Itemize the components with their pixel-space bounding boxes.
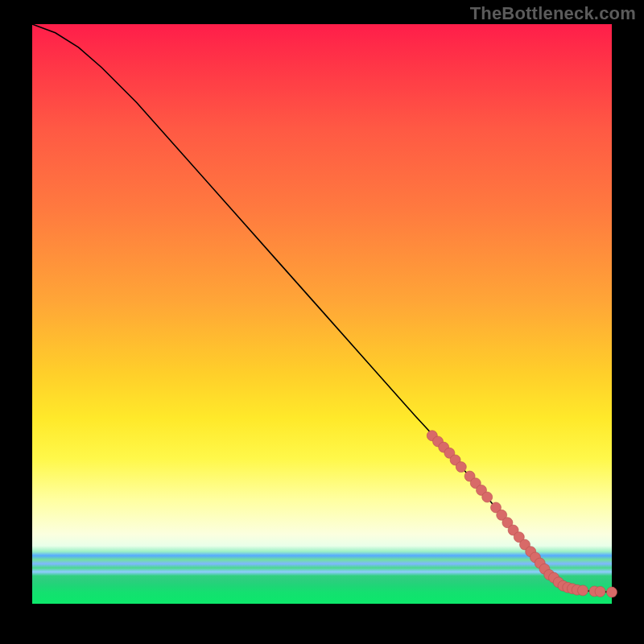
data-point <box>578 585 588 596</box>
data-point <box>595 586 605 597</box>
data-points <box>427 431 617 597</box>
curve-layer <box>32 24 612 604</box>
watermark-text: TheBottleneck.com <box>470 3 636 24</box>
data-point <box>456 462 466 473</box>
data-point <box>607 587 617 597</box>
chart-container: TheBottleneck.com <box>0 0 644 644</box>
plot-area <box>32 24 612 604</box>
data-point <box>482 492 493 502</box>
bottleneck-curve <box>32 24 612 592</box>
